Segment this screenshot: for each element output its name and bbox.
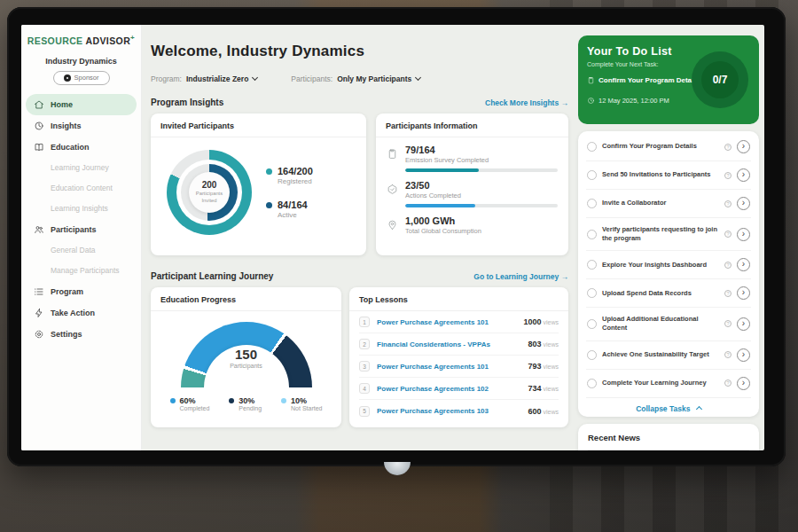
task-checkbox[interactable] (587, 379, 597, 388)
lesson-title-link[interactable]: Power Purchase Agreements 101 (377, 363, 521, 371)
sidebar-item-participants[interactable]: Participants (21, 219, 141, 240)
education-progress-body: 150 Participants 60% Completed 30% Pe (151, 311, 341, 411)
chevron-right-icon[interactable]: › (737, 197, 750, 210)
sidebar-item-home[interactable]: Home (26, 94, 137, 115)
task-checkbox[interactable] (587, 230, 597, 239)
task-checkbox[interactable] (587, 199, 597, 208)
sidebar-item-education-content[interactable]: Education Content (21, 178, 141, 199)
todo-tasks-card: Confirm Your Program Details ? › Send 50… (578, 131, 759, 417)
lesson-title-link[interactable]: Power Purchase Agreements 101 (377, 318, 517, 326)
chevron-right-icon[interactable]: › (737, 168, 750, 182)
program-filter-label: Program: (151, 74, 182, 83)
lesson-title-link[interactable]: Power Purchase Agreements 102 (377, 385, 521, 393)
stat-label: Total Global Consumption (405, 227, 558, 235)
task-checkbox[interactable] (587, 288, 597, 298)
sidebar-item-manage-participants[interactable]: Manage Participants (21, 261, 141, 281)
sidebar-item-label: Take Action (51, 309, 95, 317)
task-checkbox[interactable] (587, 350, 597, 360)
chevron-right-icon[interactable]: › (737, 140, 750, 153)
sidebar-item-education[interactable]: Education (21, 137, 141, 158)
check-more-insights-link[interactable]: Check More Insights → (485, 98, 568, 107)
lesson-views-value: 734 (528, 384, 542, 393)
task-row[interactable]: Achieve One Sustainability Target ? › (586, 341, 751, 370)
participants-information-card: Participants Information 79/164 Emission… (376, 113, 568, 255)
legend-dot (266, 168, 272, 175)
sidebar-item-program[interactable]: Program (21, 281, 141, 302)
chevron-right-icon[interactable]: › (737, 258, 750, 271)
task-checkbox[interactable] (587, 319, 597, 329)
top-lessons-card: Top Lessons 1 Power Purchase Agreements … (349, 287, 568, 427)
sidebar-item-label: Education (51, 143, 90, 152)
participants-filter-dropdown[interactable]: Only My Participants (337, 74, 420, 83)
task-row[interactable]: Send 50 Invitations to Participants ? › (586, 161, 751, 190)
legend-label: Not Started (291, 405, 322, 411)
task-row[interactable]: Invite a Collaborator ? › (586, 190, 751, 218)
legend-item-not-started: 10% Not Started (281, 396, 322, 411)
sidebar-item-label: Participants (51, 225, 97, 234)
task-label: Invite a Collaborator (602, 199, 719, 207)
section-title: Program Insights (151, 98, 223, 107)
task-row[interactable]: Upload Additional Educational Content ? … (586, 308, 751, 340)
lesson-title-link[interactable]: Financial Considerations - VPPAs (377, 340, 521, 348)
task-checkbox[interactable] (587, 170, 597, 180)
sidebar-item-learning-journey[interactable]: Learning Journey (21, 158, 141, 178)
legend-value: 164/200 (278, 166, 313, 176)
todo-next-task-label: Confirm Your Program Details (598, 76, 700, 84)
sidebar-item-learning-insights[interactable]: Learning Insights (21, 199, 141, 219)
task-row[interactable]: Confirm Your Program Details ? › (586, 133, 751, 161)
chevron-right-icon[interactable]: › (737, 377, 750, 390)
invited-participants-donut-chart: 200 Participants Invited (167, 150, 252, 235)
chevron-right-icon[interactable]: › (737, 317, 750, 331)
task-checkbox[interactable] (587, 260, 597, 270)
legend-label: Registered (278, 177, 313, 185)
recent-news-title: Recent News (588, 433, 749, 450)
lesson-title-link[interactable]: Power Purchase Agreements 103 (377, 407, 521, 415)
task-row[interactable]: Verify participants requesting to join t… (586, 218, 751, 251)
sidebar-item-settings[interactable]: Settings (21, 324, 141, 345)
lesson-row: 4 Power Purchase Agreements 102 734 view… (359, 378, 559, 400)
card-title: Invited Participants (151, 113, 366, 137)
go-to-learning-journey-link[interactable]: Go to Learning Journey → (473, 272, 568, 281)
sidebar-item-label: Settings (51, 330, 82, 339)
todo-summary-card: Your To Do List Complete Your Next Task:… (578, 35, 759, 124)
task-info-icon: ? (724, 351, 732, 358)
org-name: Industry Dynamics (21, 57, 141, 66)
legend-label: Active (278, 211, 308, 219)
task-row[interactable]: Explore Your Insights Dashboard ? › (586, 251, 751, 279)
chevron-down-icon (415, 74, 421, 81)
collapse-tasks-link[interactable]: Collapse Tasks (586, 398, 751, 417)
stat-value: 1,000 GWh (405, 215, 558, 226)
sidebar-item-general-data[interactable]: General Data (21, 240, 141, 261)
logo-plus: + (130, 34, 135, 42)
list-icon (34, 286, 44, 297)
chevron-right-icon[interactable]: › (737, 286, 750, 300)
card-title: Education Progress (151, 287, 341, 311)
clipboard-icon (587, 72, 595, 88)
participants-filter: Participants: Only My Participants (291, 74, 420, 83)
task-row[interactable]: Complete Your Learning Journey ? › (586, 370, 751, 398)
task-info-icon: ? (724, 231, 732, 238)
sidebar-item-label: Program (51, 287, 83, 296)
sidebar-item-insights[interactable]: Insights (21, 115, 141, 137)
home-icon (34, 99, 44, 110)
chevron-right-icon[interactable]: › (737, 228, 750, 241)
donut-center-value: 200 (202, 180, 217, 190)
people-icon (34, 224, 44, 235)
task-row[interactable]: Upload Spend Data Records ? › (586, 279, 751, 308)
sidebar: RESOURCE ADVISOR+ Industry Dynamics Spon… (21, 25, 142, 450)
book-icon (34, 142, 44, 153)
task-label: Achieve One Sustainability Target (602, 350, 719, 359)
program-filter-dropdown[interactable]: Industrialize Zero (186, 74, 257, 83)
participants-filter-label: Participants: (291, 74, 332, 83)
chevron-right-icon[interactable]: › (737, 348, 750, 362)
sidebar-item-label: Insights (51, 121, 82, 130)
sidebar-nav: Home Insights Education Learning Journey… (21, 94, 141, 345)
legend-item-registered: 164/200 Registered (266, 166, 313, 185)
legend-value: 10% (291, 396, 322, 405)
sponsor-icon (64, 74, 71, 82)
top-lessons-list: 1 Power Purchase Agreements 101 1000 vie… (349, 311, 568, 422)
clipboard-icon (387, 147, 398, 159)
sidebar-item-take-action[interactable]: Take Action (21, 302, 141, 324)
task-checkbox[interactable] (587, 142, 597, 152)
stat-emission-survey: 79/164 Emission Survey Completed (387, 145, 558, 172)
